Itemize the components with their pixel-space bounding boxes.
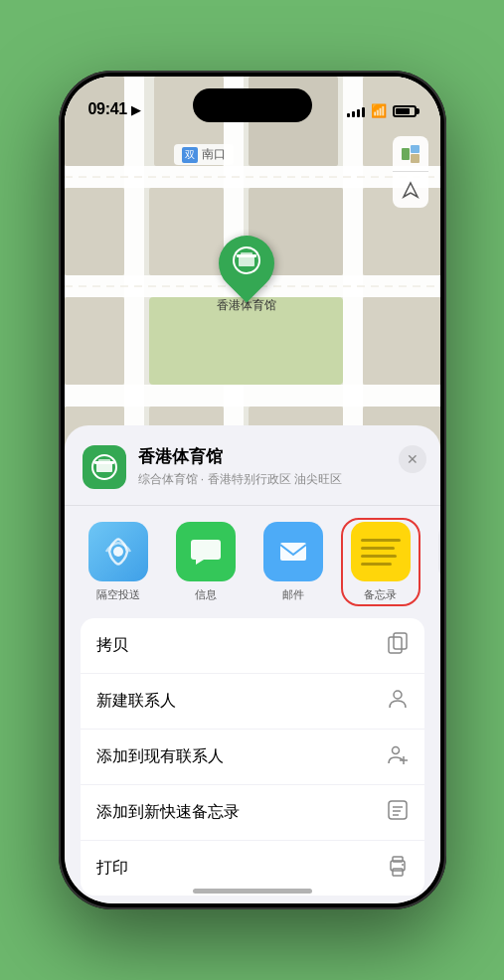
mail-icon bbox=[263, 522, 323, 581]
bottom-sheet: 香港体育馆 综合体育馆 · 香港特别行政区 油尖旺区 ✕ bbox=[65, 425, 440, 903]
location-info: 香港体育馆 综合体育馆 · 香港特别行政区 油尖旺区 bbox=[138, 445, 422, 488]
action-quick-note[interactable]: 添加到新快速备忘录 bbox=[81, 785, 424, 841]
svg-point-36 bbox=[113, 547, 123, 557]
share-item-notes[interactable]: 备忘录 bbox=[345, 522, 417, 602]
action-quick-note-label: 添加到新快速备忘录 bbox=[96, 802, 240, 823]
airdrop-icon bbox=[88, 522, 148, 581]
svg-rect-37 bbox=[280, 543, 306, 561]
status-time: 09:41 bbox=[88, 100, 127, 118]
signal-icon bbox=[347, 105, 365, 117]
action-add-existing-contact[interactable]: 添加到现有联系人 bbox=[81, 730, 424, 785]
note-icon bbox=[387, 799, 409, 826]
marker-circle bbox=[207, 224, 285, 302]
location-venue-icon bbox=[83, 445, 126, 489]
location-name: 香港体育馆 bbox=[138, 445, 422, 468]
action-print-label: 打印 bbox=[96, 858, 128, 879]
action-copy[interactable]: 拷贝 bbox=[81, 618, 424, 674]
location-detail: 综合体育馆 · 香港特别行政区 油尖旺区 bbox=[138, 471, 422, 488]
svg-rect-26 bbox=[411, 154, 420, 163]
dynamic-island bbox=[193, 88, 312, 122]
wifi-icon: 📶 bbox=[371, 103, 387, 118]
printer-icon bbox=[387, 855, 409, 882]
svg-rect-12 bbox=[65, 297, 124, 385]
svg-rect-25 bbox=[411, 145, 420, 153]
person-add-icon bbox=[387, 743, 409, 770]
copy-icon bbox=[387, 632, 409, 659]
location-icon bbox=[402, 181, 420, 199]
action-add-existing-label: 添加到现有联系人 bbox=[96, 746, 224, 767]
more-icon bbox=[438, 522, 440, 581]
person-icon bbox=[387, 688, 409, 715]
messages-label: 信息 bbox=[195, 587, 217, 602]
notes-label: 备忘录 bbox=[364, 587, 397, 602]
svg-rect-13 bbox=[363, 297, 440, 385]
svg-point-51 bbox=[402, 864, 404, 866]
map-type-button[interactable] bbox=[393, 136, 428, 172]
phone-screen: 09:41 ▶ 📶 bbox=[65, 77, 440, 903]
action-copy-label: 拷贝 bbox=[96, 635, 128, 656]
svg-rect-33 bbox=[96, 463, 112, 472]
svg-rect-29 bbox=[239, 256, 254, 266]
location-button[interactable] bbox=[393, 172, 428, 208]
svg-rect-50 bbox=[393, 857, 403, 862]
phone-frame: 09:41 ▶ 📶 bbox=[59, 71, 446, 909]
action-new-contact[interactable]: 新建联系人 bbox=[81, 674, 424, 730]
action-new-contact-label: 新建联系人 bbox=[96, 691, 176, 712]
svg-rect-3 bbox=[65, 385, 440, 407]
svg-rect-24 bbox=[402, 148, 410, 160]
svg-rect-7 bbox=[149, 188, 224, 275]
svg-point-41 bbox=[392, 747, 399, 754]
share-row: 隔空投送 信息 bbox=[65, 506, 440, 618]
share-item-airdrop[interactable]: 隔空投送 bbox=[83, 522, 154, 602]
svg-marker-27 bbox=[404, 183, 418, 197]
share-item-more[interactable]: 推 bbox=[432, 522, 440, 602]
share-item-mail[interactable]: 邮件 bbox=[257, 522, 329, 602]
svg-rect-38 bbox=[394, 633, 407, 649]
location-header: 香港体育馆 综合体育馆 · 香港特别行政区 油尖旺区 ✕ bbox=[65, 445, 440, 506]
messages-icon bbox=[176, 522, 236, 581]
road-label: 双 南口 bbox=[174, 144, 234, 165]
battery-icon bbox=[393, 105, 417, 117]
notes-icon bbox=[351, 522, 411, 581]
mail-label: 邮件 bbox=[282, 587, 304, 602]
svg-rect-39 bbox=[389, 637, 402, 653]
svg-rect-10 bbox=[65, 188, 124, 275]
home-indicator bbox=[193, 889, 312, 894]
close-button[interactable]: ✕ bbox=[399, 445, 426, 473]
map-controls bbox=[393, 136, 428, 208]
status-icons: 📶 bbox=[347, 103, 417, 118]
svg-rect-44 bbox=[389, 801, 407, 819]
map-type-icon bbox=[401, 144, 420, 164]
share-item-messages[interactable]: 信息 bbox=[170, 522, 242, 602]
svg-rect-31 bbox=[241, 252, 252, 255]
airdrop-label: 隔空投送 bbox=[96, 587, 140, 602]
action-list: 拷贝 新建联系人 bbox=[81, 618, 424, 896]
action-print[interactable]: 打印 bbox=[81, 841, 424, 896]
svg-rect-49 bbox=[393, 869, 403, 876]
marker-inner bbox=[233, 246, 260, 280]
svg-point-40 bbox=[394, 691, 402, 699]
svg-rect-35 bbox=[98, 459, 110, 462]
location-arrow-icon: ▶ bbox=[131, 102, 141, 117]
venue-marker: 香港体育馆 bbox=[217, 236, 276, 314]
